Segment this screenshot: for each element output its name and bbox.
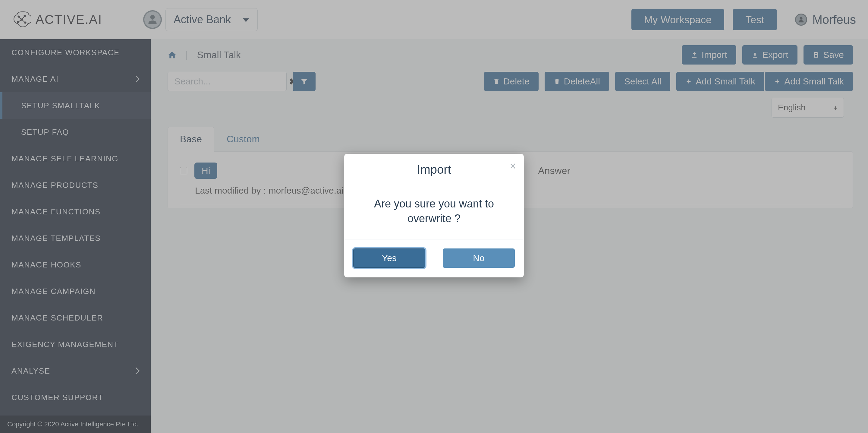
confirm-no-button[interactable]: No: [443, 249, 515, 268]
import-modal: Import × Are you sure you want to overwr…: [344, 154, 524, 278]
close-icon[interactable]: ×: [510, 160, 516, 172]
confirm-yes-button[interactable]: Yes: [353, 249, 425, 268]
modal-message: Are you sure you want to overwrite ?: [344, 185, 524, 239]
modal-title: Import: [417, 163, 451, 176]
modal-overlay: Import × Are you sure you want to overwr…: [0, 0, 868, 433]
